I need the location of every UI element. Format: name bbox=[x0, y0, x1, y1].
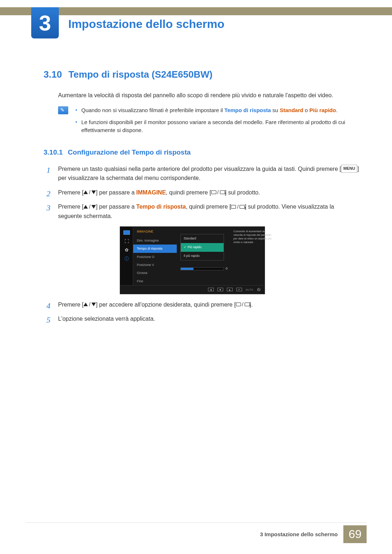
subsection-heading: 3.10.1 Configurazione del Tempo di rispo… bbox=[44, 148, 359, 156]
step-1: Premere un tasto qualsiasi nella parte a… bbox=[44, 164, 359, 183]
osd-menu: Dim. Immagine Tempo di risposta Posizion… bbox=[133, 237, 177, 285]
osd-menu-item: Posizione O bbox=[133, 253, 177, 261]
keyword-tempo: Tempo di risposta bbox=[224, 107, 271, 113]
osd-menu-item: Fine bbox=[133, 277, 177, 285]
footer-section-label: 3 Impostazione dello schermo bbox=[260, 531, 338, 537]
up-down-icon: / bbox=[83, 188, 96, 196]
up-down-icon: / bbox=[83, 300, 96, 308]
subsection-title: Configurazione del Tempo di risposta bbox=[68, 148, 191, 156]
section-title: Tempo di risposta (S24E650BW) bbox=[69, 69, 213, 80]
select-enter-icon: / bbox=[211, 188, 225, 196]
keyword-piu-rapido: Più rapido bbox=[309, 107, 336, 113]
chapter-number-tab: 3 bbox=[31, 7, 59, 38]
keyword-tempo-risposta: Tempo di risposta bbox=[136, 204, 186, 210]
osd-menu-item: Dim. Immagine bbox=[133, 237, 177, 245]
menu-button-icon: MENU bbox=[341, 165, 357, 173]
step-3: Premere [/] per passare a Tempo di rispo… bbox=[44, 202, 359, 294]
info-icon: ⓘ bbox=[123, 257, 130, 261]
nav-down-icon: ▼ bbox=[217, 288, 223, 291]
content-area: 3.10 Tempo di risposta (S24E650BW) Aumen… bbox=[44, 69, 359, 329]
osd-sub-item: Il più rapido bbox=[181, 252, 224, 260]
osd-sub-item: Standard bbox=[181, 234, 224, 243]
select-enter-icon: / bbox=[236, 300, 250, 308]
step-5: L'opzione selezionata verrà applicata. bbox=[44, 314, 359, 324]
section-heading: 3.10 Tempo di risposta (S24E650BW) bbox=[44, 69, 359, 80]
keyword-immagine: IMMAGINE bbox=[136, 189, 166, 196]
top-bar bbox=[0, 7, 392, 15]
osd-main: IMMAGINE Dim. Immagine Tempo di risposta… bbox=[133, 227, 265, 285]
osd-sub-item-selected: ✔Più rapido bbox=[181, 243, 224, 252]
footer-rule bbox=[25, 522, 367, 523]
page-number: 69 bbox=[343, 525, 367, 543]
power-icon: ⏻ bbox=[257, 287, 260, 292]
osd-menu-item: Grossa bbox=[133, 269, 177, 277]
gear-icon: ✿ bbox=[123, 248, 130, 252]
select-enter-icon: / bbox=[231, 203, 245, 211]
note-item: Quando non si visualizzano filmati è pre… bbox=[75, 106, 359, 115]
osd-menu-item: Posizione V bbox=[133, 261, 177, 269]
check-icon: ✔ bbox=[184, 245, 187, 249]
chapter-title: Impostazione dello schermo bbox=[68, 17, 224, 31]
steps-list: Premere un tasto qualsiasi nella parte a… bbox=[44, 164, 359, 324]
osd-tooltip: Consente di aumentare la velocità di ris… bbox=[233, 230, 273, 244]
osd-screenshot: ⛶ ✿ ⓘ IMMAGINE Dim. Immagine Tempo di ri… bbox=[120, 226, 265, 294]
nav-enter-icon: ↵ bbox=[236, 288, 242, 291]
osd-sidebar: ⛶ ✿ ⓘ bbox=[120, 227, 133, 285]
nav-left-icon: ◄ bbox=[208, 288, 214, 291]
note-list: Quando non si visualizzano filmati è pre… bbox=[75, 106, 359, 138]
osd-submenu: Standard ✔Più rapido Il più rapido bbox=[180, 234, 224, 260]
nav-up-icon: ▲ bbox=[227, 288, 233, 291]
auto-label: AUTO bbox=[246, 288, 253, 292]
osd-slider bbox=[180, 267, 224, 270]
note-item: Le funzioni disponibili per il monitor p… bbox=[75, 118, 359, 135]
keyword-standard: Standard bbox=[280, 107, 303, 113]
monitor-icon bbox=[123, 230, 130, 235]
intro-paragraph: Aumentare la velocità di risposta del pa… bbox=[58, 91, 359, 100]
osd-slider-value: 0 bbox=[226, 266, 228, 271]
step-4: Premere [/] per accedere all'opzione des… bbox=[44, 300, 359, 309]
section-number: 3.10 bbox=[44, 69, 62, 80]
expand-icon: ⛶ bbox=[123, 239, 130, 243]
osd-footer: ◄ ▼ ▲ ↵ AUTO ⏻ bbox=[120, 285, 265, 294]
note-block: Quando non si visualizzano filmati è pre… bbox=[58, 106, 359, 138]
osd-menu-item-selected: Tempo di risposta bbox=[133, 245, 177, 253]
up-down-icon: / bbox=[83, 203, 96, 211]
note-icon bbox=[58, 106, 68, 114]
step-2: Premere [/] per passare a IMMAGINE, quin… bbox=[44, 188, 359, 197]
page-footer: 3 Impostazione dello schermo 69 bbox=[260, 525, 367, 543]
subsection-number: 3.10.1 bbox=[44, 148, 63, 156]
